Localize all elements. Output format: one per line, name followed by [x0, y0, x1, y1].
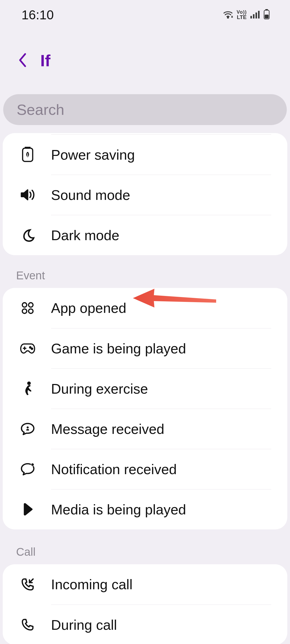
speaker-icon	[19, 188, 36, 202]
row-label: Message received	[51, 421, 164, 437]
battery-icon	[263, 9, 270, 20]
row-dark-mode[interactable]: Dark mode	[3, 215, 287, 255]
conditions-card-call: Incoming call During call	[3, 564, 287, 644]
svg-rect-7	[265, 15, 269, 19]
search-input[interactable]	[3, 94, 287, 125]
svg-rect-2	[253, 14, 255, 19]
svg-point-13	[28, 309, 33, 313]
incoming-call-icon	[19, 577, 36, 592]
volte-indicator: Vo)) LTE	[237, 10, 247, 20]
row-app-opened[interactable]: App opened	[3, 288, 287, 328]
row-label: Media is being played	[51, 502, 186, 518]
gamepad-icon	[19, 342, 36, 354]
apps-icon	[19, 301, 36, 315]
chevron-left-icon	[17, 53, 28, 68]
signal-icon	[250, 10, 260, 20]
svg-rect-4	[258, 11, 260, 19]
search-container	[0, 94, 290, 133]
phone-icon	[19, 618, 36, 632]
row-during-exercise[interactable]: During exercise	[3, 368, 287, 409]
row-label: Notification received	[51, 461, 177, 477]
svg-point-20	[31, 463, 34, 466]
svg-point-12	[22, 309, 27, 313]
svg-point-10	[22, 303, 27, 307]
svg-point-19	[27, 426, 29, 429]
row-sound-mode[interactable]: Sound mode	[3, 175, 287, 215]
notification-icon	[19, 462, 36, 476]
row-power-saving[interactable]: Power saving	[3, 134, 287, 175]
svg-rect-3	[256, 13, 257, 19]
row-label: Game is being played	[51, 341, 186, 357]
row-message-received[interactable]: Message received	[3, 409, 287, 449]
row-label: Incoming call	[51, 576, 132, 592]
conditions-card-status: Power saving Sound mode Dark mode	[3, 133, 287, 255]
section-header-event: Event	[0, 263, 290, 288]
status-bar: 16:10 Vo)) LTE	[0, 0, 290, 30]
row-incoming-call[interactable]: Incoming call	[3, 564, 287, 605]
row-label: App opened	[51, 300, 126, 316]
row-label: Sound mode	[51, 187, 130, 203]
section-header-call: Call	[0, 540, 290, 564]
conditions-card-event: App opened Game is being played During e…	[3, 288, 287, 529]
message-icon	[19, 422, 36, 436]
svg-point-17	[31, 348, 32, 349]
svg-point-18	[27, 382, 31, 385]
row-label: During call	[51, 617, 117, 633]
row-notification-received[interactable]: Notification received	[3, 449, 287, 489]
wifi-icon	[223, 10, 233, 20]
row-label: Power saving	[51, 147, 135, 163]
status-time: 16:10	[21, 8, 54, 22]
status-icons: Vo)) LTE	[223, 9, 270, 20]
row-game-playing[interactable]: Game is being played	[3, 328, 287, 368]
svg-point-0	[227, 17, 229, 18]
page-header: If	[0, 30, 290, 94]
exercise-icon	[19, 381, 36, 396]
play-icon	[19, 503, 36, 516]
back-button[interactable]	[16, 54, 30, 67]
row-label: During exercise	[51, 381, 148, 397]
row-media-playing[interactable]: Media is being played	[3, 489, 287, 529]
svg-point-11	[28, 303, 33, 307]
battery-leaf-icon	[19, 147, 36, 162]
page-title: If	[40, 51, 50, 70]
row-during-call[interactable]: During call	[3, 605, 287, 644]
row-label: Dark mode	[51, 227, 119, 243]
svg-rect-1	[251, 16, 252, 19]
moon-icon	[19, 228, 36, 242]
svg-point-16	[30, 347, 31, 348]
